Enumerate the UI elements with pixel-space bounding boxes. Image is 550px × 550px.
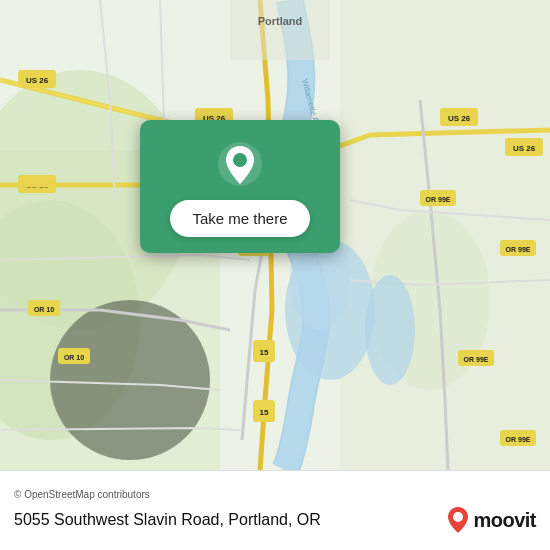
svg-text:OR 10: OR 10 xyxy=(34,306,54,313)
svg-rect-38 xyxy=(230,0,330,60)
location-card: Take me there xyxy=(140,120,340,253)
svg-text:OR 99E: OR 99E xyxy=(506,246,531,253)
take-me-there-button[interactable]: Take me there xyxy=(170,200,309,237)
address-text: 5055 Southwest Slavin Road, Portland, OR xyxy=(14,511,321,529)
svg-point-42 xyxy=(233,153,247,167)
svg-text:OR 99E: OR 99E xyxy=(464,356,489,363)
svg-text:US 26: US 26 xyxy=(513,144,536,153)
moovit-brand-text: moovit xyxy=(473,509,536,532)
moovit-pin-icon xyxy=(447,506,469,534)
bottom-bar: © OpenStreetMap contributors 5055 Southw… xyxy=(0,470,550,550)
copyright-text: © OpenStreetMap contributors xyxy=(14,489,536,500)
address-row: 5055 Southwest Slavin Road, Portland, OR… xyxy=(14,506,536,534)
svg-text:Portland: Portland xyxy=(258,15,303,27)
svg-text:US 26: US 26 xyxy=(448,114,471,123)
svg-text:OR 10: OR 10 xyxy=(64,354,84,361)
svg-text:OR 99E: OR 99E xyxy=(426,196,451,203)
svg-text:US 26: US 26 xyxy=(26,76,49,85)
svg-point-43 xyxy=(453,512,463,522)
location-pin-icon xyxy=(216,140,264,188)
moovit-logo: moovit xyxy=(447,506,536,534)
svg-text:15: 15 xyxy=(260,348,269,357)
svg-text:OR 99E: OR 99E xyxy=(506,436,531,443)
svg-text:15: 15 xyxy=(260,408,269,417)
map-container: US 26 US 26 US 26 US 26 US 26 15 15 OR 4… xyxy=(0,0,550,470)
svg-point-40 xyxy=(365,275,415,385)
